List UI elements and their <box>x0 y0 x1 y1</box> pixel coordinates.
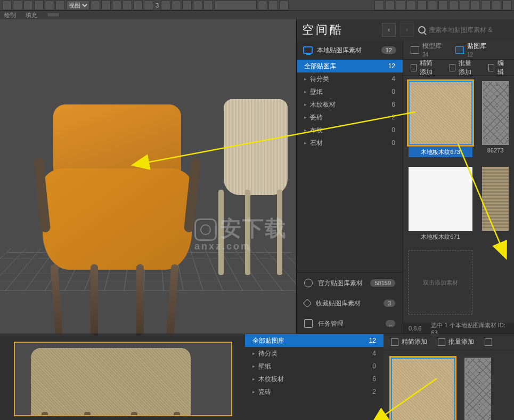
tool-btn[interactable] <box>481 1 491 10</box>
tool-btn[interactable] <box>374 1 384 10</box>
category-label: 全部贴图库 <box>304 62 336 71</box>
link-official-label: 官方贴图库素材 <box>318 279 363 288</box>
action-batch-add[interactable]: 批量添加 <box>450 59 478 77</box>
action-row: 精简添加 批量添加 编辑 <box>403 60 514 76</box>
link-task-label: 任务管理 <box>318 319 344 328</box>
tool-btn[interactable] <box>45 1 54 10</box>
left-column: 本地贴图库素材 12 全部贴图库12▸待分类4▸壁纸0▸木纹板材6▸瓷砖2▸布纹… <box>297 41 403 334</box>
tool-btn[interactable] <box>396 1 405 10</box>
texture-thumb-selected[interactable]: 木地板木纹673 <box>409 81 472 157</box>
category-item[interactable]: ▸壁纸0 <box>297 85 403 98</box>
link-tasks[interactable]: 任务管理 .. <box>297 313 403 334</box>
category-item[interactable]: ▸木纹板材6 <box>297 98 403 111</box>
view-dropdown[interactable]: 视图 <box>66 1 89 10</box>
tab-model-label: 模型库 <box>422 42 442 50</box>
category-item[interactable]: ▸石材0 <box>297 136 403 149</box>
tool-btn[interactable] <box>101 1 111 10</box>
tool-btn[interactable] <box>492 1 501 10</box>
search-icon <box>418 26 426 34</box>
search-input[interactable] <box>429 26 509 34</box>
link-favorite[interactable]: 收藏贴图库素材 3 <box>297 293 403 313</box>
chair-orange-object[interactable] <box>37 104 197 339</box>
task-icon <box>304 319 313 328</box>
viewport-thumb-inner[interactable] <box>14 342 232 416</box>
thumb-caption: 木地板木纹671 <box>409 233 472 241</box>
slim-icon <box>411 64 417 71</box>
category-item[interactable]: ▸待分类4 <box>297 72 403 85</box>
tool-btn[interactable] <box>385 1 395 10</box>
category-count: 0 <box>391 126 395 134</box>
link-official[interactable]: 官方贴图库素材 58159 <box>297 273 403 293</box>
category-item[interactable]: ▸瓷砖2 <box>245 385 384 398</box>
category-count: 12 <box>388 62 395 70</box>
fav-count: 3 <box>384 300 395 307</box>
tool-btn[interactable] <box>123 1 132 10</box>
category-item[interactable]: 全部贴图库12 <box>297 60 403 72</box>
action-slim-add-2[interactable]: 精简添加 <box>391 337 427 346</box>
tool-btn[interactable] <box>279 1 289 10</box>
texture-preview <box>464 358 491 420</box>
tool-btn[interactable] <box>172 1 181 10</box>
texture-thumb[interactable]: 木地板木纹671 <box>409 167 472 241</box>
tool-btn[interactable] <box>23 1 33 10</box>
tool-btn[interactable] <box>133 1 143 10</box>
tool-btn[interactable] <box>91 1 100 10</box>
action-batch-add-2[interactable]: 批量添加 <box>438 337 474 346</box>
tool-btn[interactable] <box>13 1 22 10</box>
category-item[interactable]: ▸布纹0 <box>297 124 403 136</box>
tool-btn[interactable] <box>203 1 213 10</box>
texture-preview <box>482 167 509 231</box>
tool-btn[interactable] <box>55 1 65 10</box>
nav-fwd-button[interactable]: › <box>400 23 414 37</box>
action-edit[interactable]: 编辑 <box>488 59 507 77</box>
tool-btn[interactable] <box>193 1 202 10</box>
tool-btn[interactable] <box>258 1 267 10</box>
tool-dropdown[interactable] <box>214 1 257 10</box>
category-count: 4 <box>391 75 395 83</box>
category-item[interactable]: 全部贴图库12 <box>245 334 384 347</box>
tool-btn[interactable] <box>34 1 44 10</box>
texture-thumb[interactable] <box>482 167 509 241</box>
edit-icon <box>485 338 492 346</box>
texture-thumb-2[interactable] <box>464 358 491 420</box>
nav-back-button[interactable]: ‹ <box>382 23 396 37</box>
tool-btn[interactable] <box>438 1 448 10</box>
tool-btn[interactable] <box>502 1 512 10</box>
category-label: 瓷砖 <box>310 113 323 122</box>
category-item[interactable]: ▸壁纸0 <box>245 360 384 373</box>
viewport-thumb <box>0 334 245 419</box>
official-count: 58159 <box>370 279 395 287</box>
texture-thumb[interactable]: 86273 <box>482 81 509 157</box>
category-label: 木纹板材 <box>258 375 284 384</box>
tool-btn[interactable] <box>470 1 480 10</box>
tool-btn[interactable] <box>112 1 121 10</box>
empty-add-slot[interactable]: 双击添加素材 <box>409 251 472 314</box>
category-item[interactable]: ▸瓷砖2 <box>297 111 403 124</box>
local-head[interactable]: 本地贴图库素材 12 <box>297 41 403 60</box>
action-edit-2[interactable] <box>485 338 492 346</box>
chair-wood-object[interactable] <box>202 99 296 270</box>
texture-thumb-2-selected[interactable] <box>391 358 455 420</box>
sub-toolbar: 绘制 填充 <box>0 11 514 19</box>
tab-model[interactable]: 模型库34 <box>411 42 442 58</box>
local-count-badge: 12 <box>381 46 396 54</box>
category-item[interactable]: ▸木纹板材6 <box>245 373 384 385</box>
category-label: 全部贴图库 <box>252 336 284 345</box>
batch-icon <box>438 338 445 346</box>
tool-btn[interactable] <box>144 1 153 10</box>
action-slim-add[interactable]: 精简添加 <box>411 59 439 77</box>
sub-label-fill[interactable]: 填充 <box>26 11 37 19</box>
tabs: 模型库34 贴图库12 <box>403 41 514 60</box>
tool-btn[interactable] <box>161 1 170 10</box>
tool-btn[interactable] <box>2 1 12 10</box>
tool-btn[interactable] <box>268 1 278 10</box>
tool-btn[interactable] <box>417 1 427 10</box>
tool-btn[interactable] <box>449 1 459 10</box>
sub-label-draw[interactable]: 绘制 <box>4 11 16 19</box>
tool-btn[interactable] <box>428 1 437 10</box>
category-item[interactable]: ▸待分类4 <box>245 347 384 360</box>
tool-btn[interactable] <box>460 1 469 10</box>
tool-btn[interactable] <box>406 1 416 10</box>
tab-texture[interactable]: 贴图库12 <box>455 42 486 58</box>
tool-btn[interactable] <box>182 1 192 10</box>
